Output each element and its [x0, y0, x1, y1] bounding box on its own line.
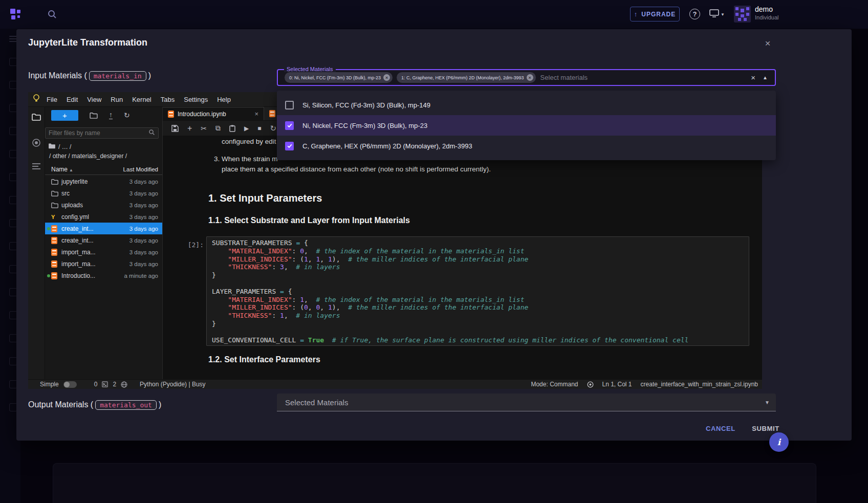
checkbox-unchecked-icon[interactable]	[285, 101, 294, 110]
file-modified: 3 days ago	[129, 179, 158, 185]
menu-view[interactable]: View	[82, 96, 106, 103]
file-filter	[45, 127, 159, 139]
command-mode-indicator[interactable]: Mode: Command	[531, 381, 578, 388]
lightbulb-icon[interactable]	[33, 94, 40, 104]
tab-close-icon[interactable]: ×	[254, 110, 258, 118]
breadcrumb-ellipsis[interactable]: / … /	[58, 143, 71, 150]
folder-icon	[51, 202, 58, 208]
menu-run[interactable]: Run	[106, 96, 127, 103]
heading-set-interface-parameters: 1.2. Set Interface Parameters	[208, 355, 320, 364]
dialog-title: JupyterLite Transformation	[28, 37, 147, 48]
menu-file[interactable]: File	[42, 96, 62, 103]
file-row[interactable]: jupyterlite3 days ago	[45, 176, 162, 187]
refresh-icon[interactable]: ↻	[124, 111, 130, 119]
input-materials-label: Input Materials ( materials_in )	[28, 69, 151, 82]
running-sessions-tab-icon[interactable]	[32, 138, 41, 149]
select-materials-input[interactable]	[540, 74, 775, 81]
copy-icon[interactable]: ⧉	[215, 124, 221, 133]
help-button[interactable]: ?	[689, 9, 700, 19]
save-icon[interactable]	[171, 125, 179, 132]
file-modified: 3 days ago	[129, 261, 158, 267]
menu-help[interactable]: Help	[212, 96, 235, 103]
file-row[interactable]: create_int...3 days ago	[45, 223, 162, 234]
mat3ra-logo-icon[interactable]	[9, 8, 23, 23]
file-row[interactable]: Yconfig.yml3 days ago	[45, 211, 162, 223]
terminals-count[interactable]: 0	[94, 381, 98, 388]
stop-icon[interactable]: ■	[257, 125, 261, 132]
output-materials-label: Output Materials ( materials_out )	[28, 398, 161, 411]
kernel-status[interactable]: Python (Pyodide) | Busy	[140, 381, 206, 388]
output-materials-select[interactable]: Selected Materials ▼	[277, 393, 776, 411]
file-browser-tab-icon[interactable]	[32, 113, 41, 123]
code-cell[interactable]: SUBSTRATE_PARAMETERS = { "MATERIAL_INDEX…	[206, 236, 749, 346]
menu-settings[interactable]: Settings	[179, 96, 212, 103]
kernels-count[interactable]: 2	[113, 381, 116, 388]
menu-kernel[interactable]: Kernel	[127, 96, 156, 103]
file-filter-input[interactable]	[46, 129, 148, 137]
upgrade-label: UPGRADE	[641, 11, 676, 18]
material-chip[interactable]: 1: C, Graphene, HEX (P6/mmm) 2D (Monolay…	[397, 72, 536, 83]
material-option[interactable]: Si, Silicon, FCC (Fd-3m) 3D (Bulk), mp-1…	[277, 95, 776, 115]
user-plan: Individual	[755, 14, 778, 21]
new-folder-icon[interactable]	[90, 112, 98, 119]
table-of-contents-tab-icon[interactable]	[32, 163, 41, 172]
breadcrumb[interactable]: / … /	[48, 143, 71, 150]
output-materials-prefix: Output Materials (	[28, 400, 93, 409]
code-line: "MATERIAL_INDEX": 0, # the index of the …	[212, 247, 744, 255]
upload-icon[interactable]: ↑	[109, 111, 113, 119]
file-row[interactable]: import_ma...3 days ago	[45, 246, 162, 258]
material-chip[interactable]: 0: Ni, Nickel, FCC (Fm-3m) 3D (Bulk), mp…	[285, 72, 393, 83]
home-folder-icon[interactable]	[48, 143, 56, 150]
chip-remove-icon[interactable]: ×	[527, 74, 533, 81]
code-line: }	[212, 320, 744, 328]
console-menu-button[interactable]: ▼	[709, 9, 725, 19]
info-fab-button[interactable]: i	[769, 432, 789, 452]
menu-tabs[interactable]: Tabs	[156, 96, 179, 103]
checkbox-checked-icon[interactable]	[285, 142, 294, 150]
cancel-button[interactable]: CANCEL	[701, 421, 740, 435]
notebook-content[interactable]: configured by edit 3. When the strain m …	[163, 136, 762, 379]
chevron-up-icon[interactable]: ▲	[763, 75, 768, 80]
upgrade-button[interactable]: ↑ UPGRADE	[630, 7, 680, 21]
menu-edit[interactable]: Edit	[62, 96, 82, 103]
new-launcher-button[interactable]: +	[51, 110, 78, 121]
column-name[interactable]: Name▲	[51, 166, 73, 173]
app-topbar: ↑ UPGRADE ? ▼ demo Individual	[0, 0, 868, 29]
simple-mode-toggle[interactable]	[63, 381, 77, 388]
user-name: demo	[755, 5, 778, 14]
user-menu[interactable]: demo Individual	[755, 5, 778, 21]
selected-material-chips: 0: Ni, Nickel, FCC (Fm-3m) 3D (Bulk), mp…	[285, 72, 536, 83]
avatar[interactable]	[734, 6, 751, 23]
breadcrumb-path[interactable]: / other / materials_designer /	[49, 152, 127, 160]
file-modified: 3 days ago	[129, 237, 158, 244]
run-icon[interactable]: ▶	[244, 125, 249, 132]
notebook-icon	[168, 111, 174, 118]
file-row[interactable]: create_int...3 days ago	[45, 234, 162, 246]
chip-remove-icon[interactable]: ×	[383, 74, 390, 81]
input-materials-select[interactable]: Selected Materials 0: Ni, Nickel, FCC (F…	[277, 69, 776, 86]
column-last-modified[interactable]: Last Modified	[123, 166, 158, 172]
file-row[interactable]: Introductio...a minute ago	[45, 270, 162, 281]
restart-kernel-icon[interactable]: ↻	[270, 124, 277, 133]
tab-introduction-ipynb[interactable]: Introduction.ipynb ×	[163, 107, 264, 120]
material-option[interactable]: C, Graphene, HEX (P6/mmm) 2D (Monolayer)…	[277, 136, 776, 156]
notebook-icon	[51, 237, 57, 244]
heading-select-substrate: 1.1. Select Substrate and Layer from Inp…	[208, 216, 410, 225]
add-cell-icon[interactable]: +	[187, 124, 192, 133]
paste-icon[interactable]	[229, 125, 235, 132]
cell-execution-count: [2]:	[172, 241, 204, 249]
materials-in-code: materials_in	[89, 71, 146, 81]
file-row[interactable]: import_ma...3 days ago	[45, 258, 162, 270]
cursor-position[interactable]: Ln 1, Col 1	[602, 381, 632, 388]
clear-selection-icon[interactable]: ×	[751, 73, 755, 82]
file-row[interactable]: uploads3 days ago	[45, 199, 162, 211]
material-option[interactable]: Ni, Nickel, FCC (Fm-3m) 3D (Bulk), mp-23	[277, 115, 776, 136]
file-modified: 3 days ago	[129, 226, 158, 232]
close-icon[interactable]: ×	[762, 37, 774, 50]
jupyter-menu: FileEditViewRunKernelTabsSettingsHelp	[42, 95, 235, 104]
cut-icon[interactable]: ✂	[201, 124, 207, 133]
checkbox-checked-icon[interactable]	[285, 121, 294, 130]
markdown-text: 3. When the strain m	[214, 155, 278, 163]
file-row[interactable]: src3 days ago	[45, 187, 162, 199]
search-icon[interactable]	[47, 9, 57, 21]
